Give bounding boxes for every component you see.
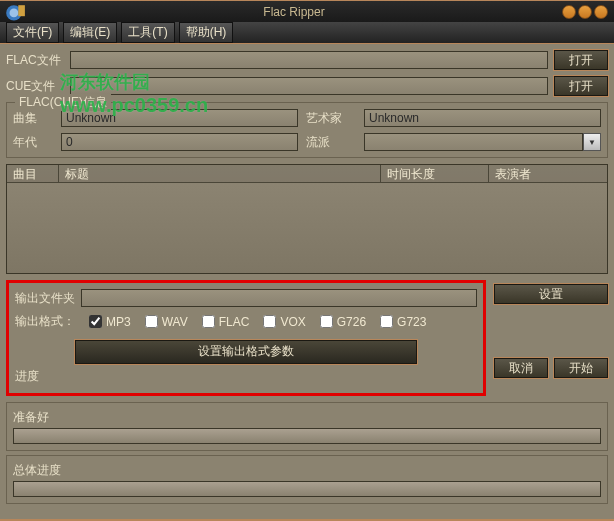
total-progress xyxy=(13,481,601,497)
flac-file-label: FLAC文件 xyxy=(6,52,64,69)
progress-label: 进度 xyxy=(15,368,477,385)
col-duration[interactable]: 时间长度 xyxy=(381,165,489,182)
app-icon xyxy=(4,3,26,21)
fmt-g723-check[interactable]: G723 xyxy=(380,315,426,329)
cue-file-label: CUE文件 xyxy=(6,78,64,95)
fmt-vox-check[interactable]: VOX xyxy=(263,315,305,329)
prepare-label: 准备好 xyxy=(13,409,601,426)
flac-file-input[interactable] xyxy=(70,51,548,69)
prepare-section: 准备好 xyxy=(6,402,608,451)
chevron-down-icon[interactable]: ▼ xyxy=(583,133,601,151)
menu-edit[interactable]: 编辑(E) xyxy=(63,22,117,43)
output-folder-input[interactable] xyxy=(81,289,477,307)
close-button[interactable] xyxy=(594,5,608,19)
title-bar: Flac Ripper xyxy=(0,0,614,22)
track-table: 曲目 标题 时间长度 表演者 xyxy=(6,164,608,274)
col-performer[interactable]: 表演者 xyxy=(489,165,607,182)
output-params-button[interactable]: 设置输出格式参数 xyxy=(75,340,417,364)
total-label: 总体进度 xyxy=(13,462,601,479)
menu-bar: 文件(F) 编辑(E) 工具(T) 帮助(H) xyxy=(0,22,614,44)
minimize-button[interactable] xyxy=(562,5,576,19)
maximize-button[interactable] xyxy=(578,5,592,19)
year-label: 年代 xyxy=(13,134,53,151)
cancel-button[interactable]: 取消 xyxy=(494,358,548,378)
total-section: 总体进度 xyxy=(6,455,608,504)
output-format-label: 输出格式： xyxy=(15,313,75,330)
set-folder-button[interactable]: 设置 xyxy=(494,284,608,304)
artist-label: 艺术家 xyxy=(306,110,356,127)
open-flac-button[interactable]: 打开 xyxy=(554,50,608,70)
menu-file[interactable]: 文件(F) xyxy=(6,22,59,43)
genre-select[interactable] xyxy=(364,133,583,151)
svg-point-1 xyxy=(9,8,18,17)
fmt-g726-check[interactable]: G726 xyxy=(320,315,366,329)
album-input[interactable]: Unknown xyxy=(61,109,298,127)
fmt-flac-check[interactable]: FLAC xyxy=(202,315,250,329)
album-label: 曲集 xyxy=(13,110,53,127)
output-highlight-box: 输出文件夹 输出格式： MP3 WAV FLAC VOX G726 G723 设… xyxy=(6,280,486,396)
cue-file-input[interactable] xyxy=(70,77,548,95)
genre-label: 流派 xyxy=(306,134,356,151)
prepare-progress xyxy=(13,428,601,444)
menu-tools[interactable]: 工具(T) xyxy=(121,22,174,43)
col-title[interactable]: 标题 xyxy=(59,165,381,182)
svg-rect-2 xyxy=(18,5,25,16)
fmt-mp3-check[interactable]: MP3 xyxy=(89,315,131,329)
output-folder-label: 输出文件夹 xyxy=(15,290,75,307)
menu-help[interactable]: 帮助(H) xyxy=(179,22,234,43)
info-legend: FLAC(CUE)信息 xyxy=(15,94,111,111)
open-cue-button[interactable]: 打开 xyxy=(554,76,608,96)
window-title: Flac Ripper xyxy=(26,5,562,19)
fmt-wav-check[interactable]: WAV xyxy=(145,315,188,329)
col-track[interactable]: 曲目 xyxy=(7,165,59,182)
start-button[interactable]: 开始 xyxy=(554,358,608,378)
info-fieldset: FLAC(CUE)信息 曲集 Unknown 艺术家 Unknown 年代 0 … xyxy=(6,102,608,158)
artist-input[interactable]: Unknown xyxy=(364,109,601,127)
year-input[interactable]: 0 xyxy=(61,133,298,151)
